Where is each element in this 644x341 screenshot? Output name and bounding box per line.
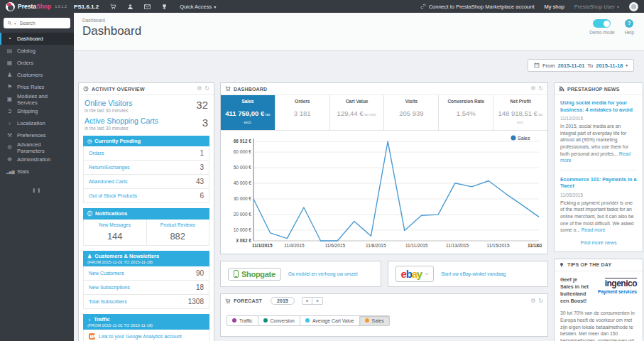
metric-link[interactable]: New Customers — [89, 271, 124, 276]
modules-icon: ▣ — [6, 96, 13, 102]
forecast-prev-button[interactable]: « — [302, 297, 313, 305]
series-dot-icon — [232, 318, 236, 323]
sidebar-item-preferences[interactable]: ⚒Preferences — [0, 129, 74, 141]
kpi-label: Net Profit — [495, 99, 546, 104]
kpi-label: Sales — [222, 99, 273, 104]
kpi-tabs: Sales411 759,00 € tax excl.Orders3 181Ca… — [221, 95, 547, 131]
panel-refresh-icon[interactable] — [538, 298, 543, 304]
sidebar-item-administration[interactable]: ☸Administration — [0, 153, 74, 166]
sidebar-item-label: Preferences — [17, 132, 45, 139]
kpi-label: Orders — [277, 99, 328, 104]
app-logo[interactable]: PrestaShop 1.6.1.2 PS1.6.1.2 — [0, 2, 104, 11]
cart-icon[interactable] — [104, 3, 121, 10]
metric-link[interactable]: New Messages — [85, 222, 145, 227]
date-range-picker[interactable]: From2015-11-01 To2015-11-18 ▾ — [528, 59, 634, 72]
panel-settings-icon[interactable] — [530, 298, 535, 304]
customer-icon[interactable] — [121, 3, 138, 10]
metric-link[interactable]: Return/Exchanges — [89, 165, 130, 170]
google-analytics-link[interactable]: Link to your Google Analytics account — [99, 334, 182, 339]
user-avatar[interactable] — [629, 2, 638, 11]
panel-settings-icon[interactable] — [530, 86, 535, 92]
stat-link[interactable]: Active Shopping Carts — [84, 117, 208, 125]
localization-icon: ♁ — [6, 120, 13, 126]
kpi-tab-sales[interactable]: Sales411 759,00 € tax excl. — [221, 95, 275, 130]
sidebar-item-dashboard[interactable]: ◔Dashboard — [0, 33, 74, 45]
help-icon[interactable]: ? — [625, 19, 633, 28]
marketplace-link[interactable]: Connect to PrestaShop Marketplace accoun… — [420, 4, 535, 10]
kpi-tab-visits[interactable]: Visits205 939 — [384, 95, 439, 130]
kpi-label: Visits — [386, 99, 437, 104]
sidebar-item-shipping[interactable]: ➲Shipping — [0, 105, 74, 117]
main-area: Dashboard Dashboard Demo mode ? Help Fro… — [74, 13, 644, 341]
messages-icon[interactable] — [138, 3, 155, 10]
forecast-next-button[interactable]: » — [312, 297, 323, 305]
banner-link[interactable]: Start uw eBay-winkel vandaag — [441, 271, 506, 276]
sidebar-item-catalog[interactable]: ▤Catalog — [0, 45, 74, 57]
metric-link[interactable]: Orders — [89, 151, 104, 156]
currently-pending-header: ◷Currently Pending — [83, 136, 209, 146]
demo-mode-toggle[interactable] — [593, 19, 611, 28]
catalog-icon: ▤ — [6, 48, 13, 54]
svg-text:11/11/2015: 11/11/2015 — [405, 243, 428, 248]
metric-value: 1 — [200, 149, 204, 157]
user-menu[interactable]: PrestaShop User — [574, 4, 619, 10]
sidebar-search[interactable]: ▾ — [4, 18, 70, 28]
read-more-link[interactable]: Read more — [582, 227, 606, 232]
sidebar-item-modules-and-services[interactable]: ▣Modules and Services — [0, 93, 74, 105]
find-more-news-link[interactable]: Find more news — [555, 237, 643, 251]
sidebar-item-localization[interactable]: ♁Localization — [0, 117, 74, 129]
panel-settings-icon[interactable] — [197, 86, 202, 92]
activity-stat: 32Online Visitorsin the last 30 minutes — [79, 95, 214, 113]
stat-subtitle: in the last 30 minutes — [84, 108, 208, 113]
read-more-link[interactable]: Read more — [560, 151, 631, 163]
breadcrumb[interactable]: Dashboard — [74, 13, 644, 23]
metric-link[interactable]: Abandoned Carts — [89, 179, 127, 184]
article-title[interactable]: Using social media for your business: 4 … — [560, 99, 637, 113]
forecast-filter-sales[interactable]: Sales — [360, 315, 390, 326]
search-scope-caret-icon[interactable]: ▾ — [14, 21, 16, 26]
google-analytics-row: Link to your Google Analytics account — [83, 330, 209, 341]
orders-icon: ▦ — [6, 60, 13, 66]
forecast-filter-traffic[interactable]: Traffic — [227, 315, 258, 326]
kpi-tab-net-profit[interactable]: Net Profit148 918,51 € tax excl. — [493, 95, 547, 130]
metric-value: 882 — [148, 231, 208, 242]
forecast-filter-conversion[interactable]: Conversion — [258, 315, 300, 326]
sidebar-item-orders[interactable]: ▦Orders — [0, 57, 74, 69]
notifications-header: ⓘNotifications — [83, 208, 209, 220]
sidebar-item-customers[interactable]: ♟Customers — [0, 69, 74, 81]
metric-link[interactable]: Product Reviews — [148, 222, 208, 227]
sidebar-item-advanced-parameters[interactable]: ⚙Advanced Parameters — [0, 141, 74, 153]
banner-link[interactable]: Ga mobiel en verhoog uw omzet — [288, 271, 358, 276]
sidebar-collapse-button[interactable]: ❚❚ — [0, 188, 74, 193]
kpi-tab-cart-value[interactable]: Cart Value129,44 € tax excl. — [330, 95, 385, 130]
demo-mode-control: Demo mode — [589, 19, 614, 35]
svg-text:11/4/2015: 11/4/2015 — [284, 243, 305, 248]
stat-subtitle: in the last 30 minutes — [84, 126, 208, 131]
sidebar-item-price-rules[interactable]: ⚑Price Rules — [0, 81, 74, 93]
stat-link[interactable]: Online Visitors — [84, 99, 208, 107]
kpi-tab-orders[interactable]: Orders3 181 — [275, 95, 330, 130]
my-shop-link[interactable]: My shop — [545, 4, 564, 10]
demo-mode-label: Demo mode — [589, 30, 614, 35]
article-title[interactable]: Ecommerce 101: Payments in a Tweet — [560, 176, 637, 190]
kpi-tab-conversion-rate[interactable]: Conversion Rate1.54% — [439, 95, 493, 130]
metric-link[interactable]: Out of Stock Products — [89, 193, 137, 198]
section-title: ♟Customers & Newsletters — [87, 253, 205, 259]
quick-access-menu[interactable]: Quick Access — [180, 4, 216, 10]
trophy-icon[interactable] — [155, 3, 173, 10]
panel-refresh-icon[interactable] — [538, 86, 543, 92]
shipping-icon: ➲ — [6, 108, 13, 114]
forecast-filter-average-cart-value[interactable]: Average Cart Value — [300, 315, 360, 326]
panel-title: PRESTASHOP NEWS — [567, 87, 620, 92]
metric-rows: Orders1Return/Exchanges3Abandoned Carts4… — [83, 146, 209, 203]
panel-refresh-icon[interactable] — [204, 86, 209, 92]
metric-value: 6 — [200, 192, 204, 200]
forecast-year: 2015 — [271, 297, 295, 305]
metric-link[interactable]: New Subscriptions — [89, 285, 130, 290]
sidebar-item-stats[interactable]: ▂▅▇Stats — [0, 166, 74, 178]
kpi-value: 411 759,00 € tax excl. — [222, 109, 273, 125]
metric-link[interactable]: Total Subscribers — [89, 299, 127, 304]
search-input[interactable] — [18, 20, 67, 26]
article-date: 11/05/2015 — [560, 193, 637, 197]
metric-value: 18 — [196, 283, 204, 291]
